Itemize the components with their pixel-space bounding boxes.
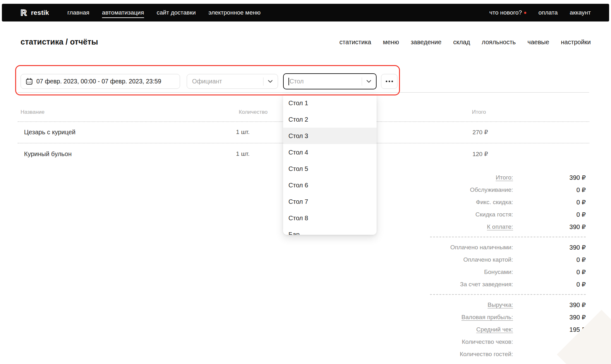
summary-row: Обслуживание: 0 ₽ — [401, 184, 586, 196]
summary-payments: Оплачено наличными: 390 ₽ Оплачено карто… — [401, 241, 586, 290]
column-header-quantity: Количество — [202, 109, 268, 115]
section-tab[interactable]: склад — [453, 39, 470, 46]
summary-label: Оплачено картой: — [401, 256, 513, 263]
summary-label[interactable]: Скидка гостя: — [401, 211, 513, 218]
summary-value: 0 ₽ — [513, 281, 586, 288]
summary-value: 390 ₽ — [513, 174, 586, 181]
column-header-total: Итого — [447, 109, 511, 115]
summary-value: 390 ₽ — [513, 244, 586, 251]
select-divider — [362, 77, 362, 86]
primary-nav-item[interactable]: электронное меню — [209, 7, 261, 18]
summary-label[interactable]: Выручка: — [401, 301, 513, 308]
summary-row: Бонусами: 0 ₽ — [401, 266, 586, 278]
select-divider — [263, 77, 263, 86]
chevron-down-icon — [366, 80, 371, 83]
dropdown-option[interactable]: Стол 2 — [283, 111, 377, 128]
calendar-icon — [26, 78, 33, 85]
primary-nav-item[interactable]: сайт доставки — [157, 7, 196, 18]
summary-value: 0 ₽ — [513, 198, 586, 206]
summary-row: Итого: 390 ₽ — [401, 171, 586, 184]
date-range-picker[interactable]: 07 февр. 2023, 00:00 - 07 февр. 2023, 23… — [21, 74, 180, 89]
summary-row: К оплате: 390 ₽ — [401, 221, 586, 233]
primary-nav-item[interactable]: главная — [67, 7, 89, 18]
summary-label[interactable]: Итого: — [401, 174, 513, 181]
summary-label: За счет заведения: — [401, 281, 513, 288]
top-navbar: R restik главнаяавтоматизациясайт достав… — [2, 4, 609, 21]
summary-label[interactable]: Обслуживание: — [401, 186, 513, 193]
dropdown-option[interactable]: Стол 5 — [283, 161, 377, 177]
summary-row: Количество чеков: 2 — [401, 336, 586, 348]
summary-row: Скидка гостя: 0 ₽ — [401, 208, 586, 221]
table-row-name: Куриный бульон — [24, 150, 72, 158]
dropdown-option[interactable]: Стол 1 — [283, 95, 377, 111]
summary-row: Оплачено картой: 0 ₽ — [401, 253, 586, 266]
summary-value: 0 ₽ — [513, 186, 586, 194]
summary-label[interactable]: Фикс. скидка: — [401, 199, 513, 206]
waiter-select[interactable]: Официант — [187, 74, 278, 89]
navbar-right: что нового?оплатааккаунт — [489, 7, 591, 18]
navbar-right-item[interactable]: оплата — [538, 7, 558, 18]
summary-stats: Выручка: 390 ₽ Валовая прибыль: 390 ₽ Ср… — [401, 299, 586, 360]
dropdown-option[interactable]: Стол 4 — [283, 144, 377, 161]
summary-row: Фикс. скидка: 0 ₽ — [401, 196, 586, 208]
table-placeholder: Стол — [290, 78, 360, 85]
summary-label[interactable]: Количество чеков: — [401, 338, 513, 345]
dropdown-option[interactable]: Бар — [283, 226, 377, 235]
section-tab[interactable]: заведение — [411, 39, 442, 46]
summary-totals: Итого: 390 ₽ Обслуживание: 0 ₽ Фикс. ски… — [401, 171, 586, 233]
brand-logo[interactable]: R restik — [20, 8, 49, 17]
summary-panel: Итого: 390 ₽ Обслуживание: 0 ₽ Фикс. ски… — [401, 171, 586, 360]
navbar-right-item[interactable]: аккаунт — [570, 7, 591, 18]
waiter-placeholder: Официант — [192, 78, 261, 85]
table-row-quantity: 1 шт. — [202, 150, 250, 157]
summary-label[interactable]: К оплате: — [401, 223, 513, 230]
summary-value: 0 ₽ — [513, 268, 586, 276]
table-row-total: 120 ₽ — [449, 150, 512, 158]
summary-label[interactable]: Количество гостей: — [401, 351, 513, 358]
section-tab[interactable]: меню — [383, 39, 399, 46]
table-row-name: Цезарь с курицей — [24, 129, 76, 136]
summary-label[interactable]: Средний чек: — [401, 326, 513, 333]
section-tab[interactable]: лояльность — [482, 39, 516, 46]
summary-row: Выручка: 390 ₽ — [401, 299, 586, 311]
ellipsis-icon — [389, 81, 390, 82]
summary-label: Оплачено наличными: — [401, 244, 513, 251]
table-top-divider — [18, 92, 589, 93]
section-tab[interactable]: чаевые — [528, 39, 549, 46]
statistics-reports-page: R restik главнаяавтоматизациясайт достав… — [0, 0, 611, 364]
dashed-divider — [430, 294, 586, 295]
table-select-dropdown: Стол 1Стол 2Стол 3Стол 4Стол 5Стол 6Стол… — [283, 95, 377, 235]
summary-value: 390 ₽ — [513, 301, 586, 309]
dashed-divider — [430, 237, 586, 237]
table-row-total: 270 ₽ — [449, 129, 512, 136]
dropdown-option[interactable]: Стол 3 — [283, 128, 377, 144]
page-title: статистика / отчёты — [21, 37, 98, 46]
summary-label[interactable]: Валовая прибыль: — [401, 314, 513, 321]
summary-label: Бонусами: — [401, 269, 513, 276]
ellipsis-icon — [386, 81, 387, 82]
dropdown-option[interactable]: Стол 7 — [283, 193, 377, 210]
column-header-name: Название — [21, 109, 45, 115]
summary-value: 390 ₽ — [513, 313, 586, 321]
summary-value: 390 ₽ — [513, 223, 586, 231]
section-tab[interactable]: статистика — [339, 39, 371, 46]
date-range-value: 07 февр. 2023, 00:00 - 07 февр. 2023, 23… — [36, 78, 161, 85]
chevron-down-icon — [268, 80, 273, 83]
more-options-button[interactable] — [381, 74, 397, 89]
section-tab[interactable]: настройки — [561, 39, 591, 46]
table-select[interactable]: Стол — [283, 73, 377, 89]
primary-nav: главнаяавтоматизациясайт доставкиэлектро… — [67, 7, 260, 18]
primary-nav-item[interactable]: автоматизация — [102, 7, 144, 18]
navbar-right-item[interactable]: что нового? — [489, 7, 526, 18]
svg-text:R: R — [21, 8, 27, 17]
summary-row: Валовая прибыль: 390 ₽ — [401, 311, 586, 323]
table-row-quantity: 1 шт. — [202, 129, 250, 136]
dropdown-option[interactable]: Стол 8 — [283, 210, 377, 226]
text-cursor — [288, 78, 289, 85]
dropdown-option[interactable]: Стол 6 — [283, 177, 377, 193]
notification-dot-icon — [524, 12, 526, 14]
ellipsis-icon — [391, 81, 393, 82]
brand-name: restik — [31, 9, 49, 16]
summary-row: Средний чек: 195 ₽ — [401, 323, 586, 336]
summary-value: 0 ₽ — [513, 211, 586, 218]
